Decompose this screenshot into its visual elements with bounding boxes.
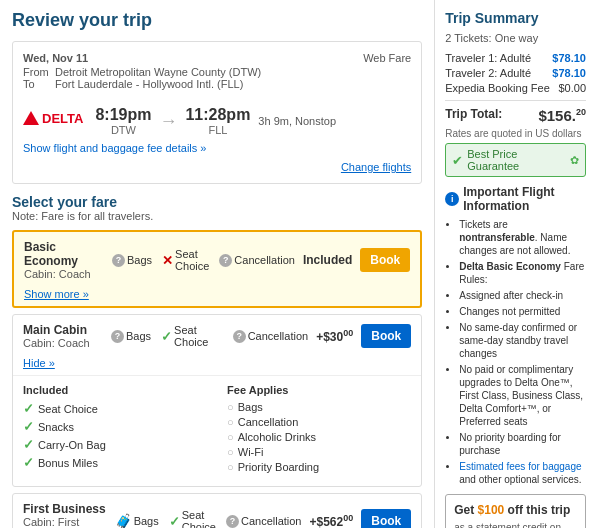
- fare-name-basic: Basic Economy Cabin: Coach: [24, 240, 104, 280]
- book-button-basic[interactable]: Book: [360, 248, 410, 272]
- fee-applies-title: Fee Applies: [227, 384, 411, 396]
- show-baggage-link[interactable]: Show flight and baggage fee details »: [23, 142, 206, 154]
- usd-note: Rates are quoted in US dollars: [445, 128, 586, 139]
- traveler2-row: Traveler 2: Adulté $78.10: [445, 67, 586, 79]
- fare-price-main: +$3000: [316, 328, 353, 344]
- flight-arrow-icon: →: [159, 111, 177, 132]
- flight-info-title: i Important Flight Information: [445, 185, 586, 213]
- circle-icon: ○: [227, 401, 234, 413]
- traveler2-price: $78.10: [552, 67, 586, 79]
- fare-name-first: First Business Cabin: First Class: [23, 502, 107, 528]
- hide-main-link[interactable]: Hide »: [13, 357, 421, 375]
- seat-choice-icon-item-main: ✓ Seat Choice: [161, 324, 223, 348]
- traveler1-row: Traveler 1: Adulté $78.10: [445, 52, 586, 64]
- depart-time: 8:19pm: [95, 106, 151, 124]
- web-fare-label: Web Fare: [363, 52, 411, 64]
- depart-airport: DTW: [95, 124, 151, 136]
- change-flights-link[interactable]: Change flights: [23, 161, 411, 173]
- cancellation-question-icon-first: ?: [226, 515, 239, 528]
- total-row: Trip Total: $156.20: [445, 107, 586, 124]
- bags-icon-item-main: ? Bags: [111, 330, 151, 343]
- bags-question-icon: ?: [112, 254, 125, 267]
- cancellation-question-icon: ?: [219, 254, 232, 267]
- seat-choice-check-icon-first: ✓: [169, 514, 180, 529]
- flight-times: 8:19pm DTW → 11:28pm FLL 3h 9m, Nonstop: [95, 106, 336, 136]
- promo-box: Get $100 off this trip as a statement cr…: [445, 494, 586, 528]
- book-button-main[interactable]: Book: [361, 324, 411, 348]
- fare-row-basic-economy: Basic Economy Cabin: Coach ? Bags ✕ Seat…: [12, 230, 422, 308]
- included-list: ✓Seat Choice ✓Snacks ✓Carry-On Bag ✓Bonu…: [23, 401, 207, 470]
- luggage-icon: 🧳: [115, 513, 132, 528]
- booking-fee-price: $0.00: [558, 82, 586, 94]
- delta-logo: DELTA: [23, 111, 83, 126]
- circle-icon: ○: [227, 416, 234, 428]
- circle-icon: ○: [227, 446, 234, 458]
- fare-row-main-cabin: Main Cabin Cabin: Coach ? Bags ✓ Seat Ch…: [12, 314, 422, 487]
- leaf-icon: ✿: [570, 154, 579, 167]
- seat-choice-check-icon: ✓: [161, 329, 172, 344]
- fee-applies-list: ○Bags ○Cancellation ○Alcoholic Drinks ○W…: [227, 401, 411, 473]
- show-more-basic-link[interactable]: Show more »: [14, 288, 420, 306]
- bags-icon-item: ? Bags: [112, 254, 152, 267]
- flight-info-list: Tickets are nontransferable. Name change…: [445, 218, 586, 486]
- fare-selection-section: Select your fare Note: Fare is for all t…: [12, 194, 422, 528]
- page-title: Review your trip: [12, 10, 422, 31]
- promo-title: Get $100 off this trip: [454, 503, 577, 517]
- trip-summary-panel: Trip Summary 2 Tickets: One way Traveler…: [434, 0, 596, 528]
- total-price: $156.20: [538, 107, 586, 124]
- circle-icon: ○: [227, 431, 234, 443]
- circle-icon: ○: [227, 461, 234, 473]
- arrive-airport: FLL: [185, 124, 250, 136]
- seat-choice-icon-item: ✕ Seat Choice: [162, 248, 209, 272]
- fare-cabin-main: Cabin: Coach: [23, 337, 103, 349]
- check-circle-icon: ✔: [452, 153, 463, 168]
- flight-card: Wed, Nov 11 From Detroit Metropolitan Wa…: [12, 41, 422, 184]
- traveler1-price: $78.10: [552, 52, 586, 64]
- check-icon: ✓: [23, 401, 34, 416]
- no-seat-choice-icon: ✕: [162, 253, 173, 268]
- booking-fee-row: Expedia Booking Fee $0.00: [445, 82, 586, 94]
- fare-note: Note: Fare is for all travelers.: [12, 210, 422, 222]
- included-title: Included: [23, 384, 207, 396]
- fare-row-first-business: First Business Cabin: First Class 🧳 Bags…: [12, 493, 422, 528]
- from-city: Detroit Metropolitan Wayne County (DTW): [55, 66, 261, 78]
- fare-price-first: +$56200: [310, 513, 354, 528]
- book-button-first[interactable]: Book: [361, 509, 411, 528]
- flight-date: Wed, Nov 11 From Detroit Metropolitan Wa…: [23, 52, 261, 90]
- select-fare-title: Select your fare: [12, 194, 422, 210]
- fare-cabin-first: Cabin: First Class: [23, 516, 107, 528]
- cancellation-question-icon-main: ?: [233, 330, 246, 343]
- check-icon: ✓: [23, 419, 34, 434]
- bags-question-icon-main: ?: [111, 330, 124, 343]
- check-icon: ✓: [23, 455, 34, 470]
- fare-price-basic: Included: [303, 253, 352, 267]
- main-cabin-expanded: Included ✓Seat Choice ✓Snacks ✓Carry-On …: [13, 375, 421, 486]
- cancellation-icon-item-first: ? Cancellation: [226, 515, 302, 528]
- delta-triangle-icon: [23, 111, 39, 125]
- promo-desc: as a statement credit on your purchase o…: [454, 521, 577, 528]
- seat-choice-icon-item-first: ✓ Seat Choice: [169, 509, 216, 528]
- arrive-time: 11:28pm: [185, 106, 250, 124]
- to-city: Fort Lauderdale - Hollywood Intl. (FLL): [55, 78, 243, 90]
- fare-name-main: Main Cabin Cabin: Coach: [23, 323, 103, 349]
- best-price-badge: ✔ Best Price Guarantee ✿: [445, 143, 586, 177]
- fare-cabin-basic: Cabin: Coach: [24, 268, 104, 280]
- info-icon: i: [445, 192, 459, 206]
- cancellation-icon-item-main: ? Cancellation: [233, 330, 309, 343]
- flight-duration: 3h 9m, Nonstop: [258, 115, 336, 127]
- check-icon: ✓: [23, 437, 34, 452]
- tickets-label: 2 Tickets: One way: [445, 32, 586, 44]
- trip-summary-title: Trip Summary: [445, 10, 586, 26]
- bags-icon-item-first: 🧳 Bags: [115, 513, 159, 528]
- cancellation-icon-item: ? Cancellation: [219, 254, 295, 267]
